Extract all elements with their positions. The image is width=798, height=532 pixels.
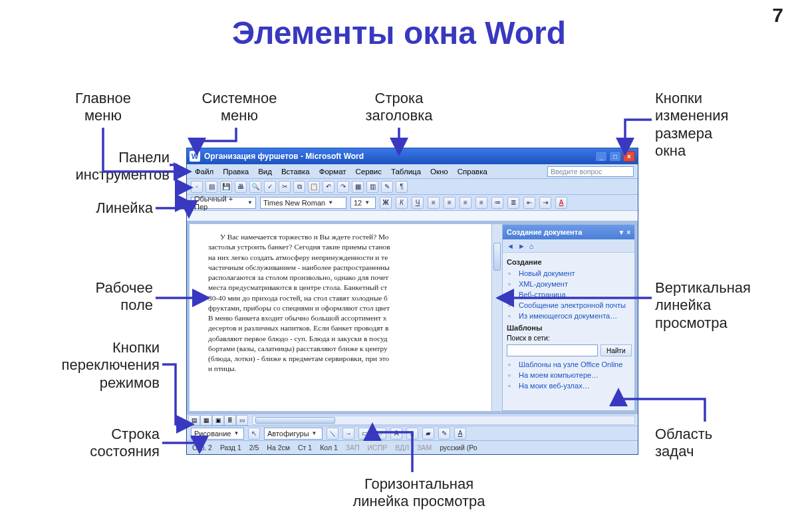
- arrow-icon[interactable]: →: [342, 428, 354, 440]
- underline-icon[interactable]: Ч: [412, 197, 424, 209]
- tp-link-office-online[interactable]: Шаблоны на узле Office Online: [507, 359, 630, 370]
- align-right-icon[interactable]: ≡: [460, 197, 471, 209]
- status-ext: ВДЛ: [395, 444, 409, 452]
- view-reading-icon[interactable]: ▭: [236, 415, 248, 426]
- view-outline-icon[interactable]: ≣: [224, 415, 236, 426]
- title-bar[interactable]: W Организация фуршетов - Microsoft Word …: [187, 148, 638, 164]
- callout-system-menu: Системное меню: [180, 90, 299, 125]
- window-title: Организация фуршетов - Microsoft Word: [204, 152, 364, 161]
- line-icon[interactable]: ＼: [327, 428, 338, 440]
- maximize-button[interactable]: □: [609, 151, 621, 162]
- tp-link-web[interactable]: Веб-страница: [507, 289, 630, 300]
- tp-search-button[interactable]: Найти: [600, 344, 632, 356]
- rectangle-icon[interactable]: ▭: [358, 428, 370, 440]
- menu-file[interactable]: Файл: [191, 166, 217, 177]
- taskpane-nav[interactable]: ◄ ► ⌂: [503, 239, 634, 253]
- slide-title: Элементы окна Word: [0, 15, 798, 51]
- menu-format[interactable]: Формат: [315, 166, 350, 177]
- horizontal-ruler[interactable]: [187, 211, 638, 221]
- fillcolor-icon[interactable]: ▰: [422, 428, 434, 440]
- view-printlayout-icon[interactable]: ▣: [212, 415, 224, 426]
- menu-tools[interactable]: Сервис: [352, 166, 386, 177]
- undo-icon[interactable]: ↶: [323, 181, 334, 193]
- menu-help[interactable]: Справка: [454, 166, 491, 177]
- taskpane-close-icon[interactable]: ▼ ×: [618, 229, 630, 236]
- callout-task-pane: Область задач: [655, 426, 775, 461]
- cut-icon[interactable]: ✂: [279, 181, 291, 193]
- ask-question-box[interactable]: Введите вопрос: [547, 166, 634, 177]
- tp-link-email[interactable]: Сообщение электронной почты: [507, 300, 630, 311]
- word-icon[interactable]: W: [190, 151, 200, 162]
- status-lang: русский (Ро: [440, 444, 477, 452]
- horizontal-scrollbar[interactable]: [252, 416, 635, 425]
- wordart-icon[interactable]: 𝐴: [406, 428, 418, 440]
- view-weblayout-icon[interactable]: ▦: [200, 415, 212, 426]
- oval-icon[interactable]: ○: [374, 428, 386, 440]
- menu-view[interactable]: Вид: [254, 166, 276, 177]
- scroll-thumb[interactable]: [493, 243, 501, 271]
- fontcolor-icon[interactable]: A: [454, 428, 466, 440]
- taskpane-title-bar[interactable]: Создание документа ▼ ×: [503, 225, 634, 239]
- spellcheck-icon[interactable]: ✓: [264, 181, 276, 193]
- view-normal-icon[interactable]: ▤: [188, 415, 200, 426]
- tp-search-label: Поиск в сети:: [507, 334, 630, 342]
- document-text[interactable]: У Вас намечается торжество и Вы ждете го…: [208, 232, 482, 374]
- table-icon[interactable]: ▦: [352, 181, 364, 193]
- menu-table[interactable]: Таблица: [387, 166, 425, 177]
- justify-icon[interactable]: ≡: [475, 197, 487, 209]
- print-icon[interactable]: 🖶: [235, 181, 247, 193]
- open-icon[interactable]: ▤: [205, 181, 217, 193]
- font-combo[interactable]: Times New Roman▼: [260, 197, 346, 209]
- preview-icon[interactable]: 🔍: [249, 181, 261, 193]
- status-pages: 2/5: [249, 444, 259, 452]
- menu-bar: Файл Правка Вид Вставка Формат Сервис Та…: [187, 164, 638, 179]
- home-icon[interactable]: ⌂: [529, 242, 534, 250]
- tp-link-existing[interactable]: Из имеющегося документа…: [507, 311, 630, 321]
- formatting-toolbar: Обычный + Пер▼ Times New Roman▼ 12▼ Ж К …: [187, 195, 638, 211]
- standard-toolbar: ▫ ▤ 💾 🖶 🔍 ✓ ✂ ⧉ 📋 ↶ ↷ ▦ ▥ ✎ ¶: [187, 179, 638, 195]
- save-icon[interactable]: 💾: [220, 181, 232, 193]
- paragraph-mark-icon[interactable]: ¶: [396, 181, 408, 193]
- textbox-icon[interactable]: A: [390, 428, 402, 440]
- redo-icon[interactable]: ↷: [337, 181, 349, 193]
- align-center-icon[interactable]: ≡: [444, 197, 456, 209]
- status-line: Ст 1: [298, 444, 312, 452]
- italic-icon[interactable]: К: [396, 197, 408, 209]
- callout-vscroll: Вертикальная линейка просмотра: [655, 279, 788, 332]
- forward-icon[interactable]: ►: [518, 242, 525, 250]
- indent-icon[interactable]: ⇥: [539, 197, 551, 209]
- drawing-toolbar: Рисование▼ ↖ Автофигуры▼ ＼ → ▭ ○ A 𝐴 ▰ ✎…: [187, 426, 638, 441]
- tp-link-xml[interactable]: XML-документ: [507, 279, 630, 289]
- hscroll-thumb[interactable]: [255, 417, 335, 424]
- autoshapes-menu[interactable]: Автофигуры▼: [264, 428, 323, 440]
- minimize-button[interactable]: _: [595, 151, 607, 162]
- select-objects-icon[interactable]: ↖: [248, 428, 260, 440]
- tp-link-my-computer[interactable]: На моем компьютере…: [507, 370, 630, 380]
- tp-link-my-web[interactable]: На моих веб-узлах…: [507, 380, 630, 391]
- bullets-icon[interactable]: ≣: [507, 197, 519, 209]
- tp-search-input[interactable]: [507, 344, 598, 356]
- font-color-icon[interactable]: A: [555, 197, 567, 209]
- paste-icon[interactable]: 📋: [308, 181, 320, 193]
- style-combo[interactable]: Обычный + Пер▼: [191, 197, 256, 209]
- vertical-scrollbar[interactable]: [491, 224, 502, 411]
- copy-icon[interactable]: ⧉: [293, 181, 305, 193]
- menu-insert[interactable]: Вставка: [277, 166, 314, 177]
- align-left-icon[interactable]: ≡: [428, 197, 440, 209]
- linecolor-icon[interactable]: ✎: [438, 428, 450, 440]
- document-area[interactable]: У Вас намечается торжество и Вы ждете го…: [190, 224, 491, 411]
- new-doc-icon[interactable]: ▫: [191, 181, 203, 193]
- close-button[interactable]: ×: [623, 151, 635, 162]
- drawing-menu[interactable]: Рисование▼: [191, 428, 244, 440]
- size-combo[interactable]: 12▼: [350, 197, 376, 209]
- bold-icon[interactable]: Ж: [380, 197, 392, 209]
- outdent-icon[interactable]: ⇤: [523, 197, 535, 209]
- numbering-icon[interactable]: ≔: [491, 197, 503, 209]
- columns-icon[interactable]: ▥: [366, 181, 378, 193]
- back-icon[interactable]: ◄: [507, 242, 514, 250]
- task-pane: Создание документа ▼ × ◄ ► ⌂ Создание Но…: [502, 224, 635, 411]
- menu-window[interactable]: Окно: [426, 166, 452, 177]
- drawing-icon[interactable]: ✎: [381, 181, 393, 193]
- tp-link-new-doc[interactable]: Новый документ: [507, 268, 630, 279]
- menu-edit[interactable]: Правка: [219, 166, 253, 177]
